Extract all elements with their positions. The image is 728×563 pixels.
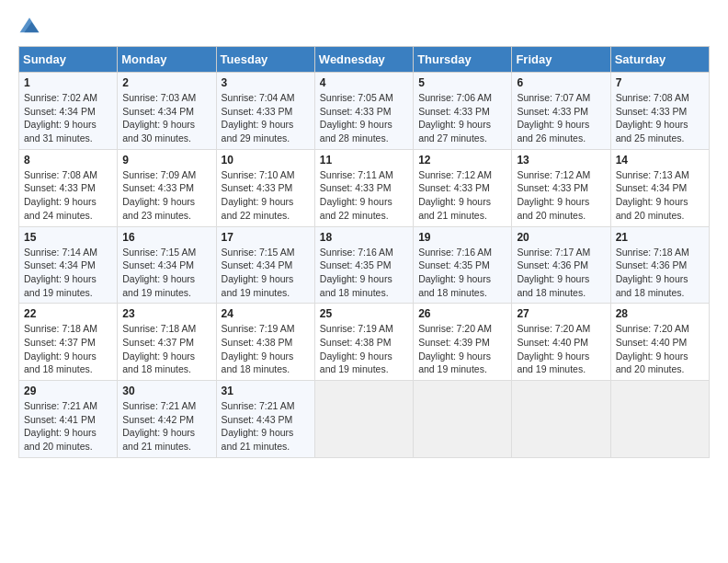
day-info: Sunrise: 7:20 AMSunset: 4:40 PMDaylight:…: [616, 322, 704, 376]
calendar-cell: 15Sunrise: 7:14 AMSunset: 4:34 PMDayligh…: [19, 226, 118, 304]
day-number: 9: [122, 154, 210, 167]
calendar-cell: 30Sunrise: 7:21 AMSunset: 4:42 PMDayligh…: [118, 381, 216, 458]
day-number: 27: [517, 307, 605, 320]
calendar-cell: 28Sunrise: 7:20 AMSunset: 4:40 PMDayligh…: [610, 304, 709, 381]
day-number: 8: [24, 154, 112, 167]
calendar-week-row: 1Sunrise: 7:02 AMSunset: 4:34 PMDaylight…: [19, 73, 710, 150]
day-info: Sunrise: 7:08 AMSunset: 4:33 PMDaylight:…: [616, 91, 704, 145]
calendar-cell: 8Sunrise: 7:08 AMSunset: 4:33 PMDaylight…: [19, 149, 118, 226]
day-info: Sunrise: 7:17 AMSunset: 4:36 PMDaylight:…: [517, 246, 605, 300]
calendar-cell: 20Sunrise: 7:17 AMSunset: 4:36 PMDayligh…: [512, 226, 610, 304]
calendar-table: SundayMondayTuesdayWednesdayThursdayFrid…: [18, 46, 710, 458]
day-number: 22: [24, 307, 112, 320]
calendar-cell: 17Sunrise: 7:15 AMSunset: 4:34 PMDayligh…: [216, 226, 314, 304]
day-number: 14: [616, 154, 704, 167]
day-number: 19: [418, 231, 506, 244]
calendar-cell: 11Sunrise: 7:11 AMSunset: 4:33 PMDayligh…: [314, 149, 413, 226]
calendar-cell: [512, 381, 610, 458]
day-of-week-header: Friday: [512, 47, 610, 73]
day-info: Sunrise: 7:16 AMSunset: 4:35 PMDaylight:…: [320, 246, 408, 300]
day-number: 15: [24, 231, 112, 244]
day-of-week-header: Tuesday: [216, 47, 314, 73]
day-number: 2: [122, 76, 210, 89]
day-number: 11: [320, 154, 408, 167]
day-info: Sunrise: 7:16 AMSunset: 4:35 PMDaylight:…: [418, 246, 506, 300]
day-info: Sunrise: 7:15 AMSunset: 4:34 PMDaylight:…: [122, 246, 210, 300]
calendar-cell: 31Sunrise: 7:21 AMSunset: 4:43 PMDayligh…: [216, 381, 314, 458]
calendar-cell: 18Sunrise: 7:16 AMSunset: 4:35 PMDayligh…: [314, 226, 413, 304]
day-of-week-header: Wednesday: [314, 47, 413, 73]
calendar-cell: 2Sunrise: 7:03 AMSunset: 4:34 PMDaylight…: [118, 73, 216, 150]
day-number: 31: [222, 385, 310, 397]
day-info: Sunrise: 7:03 AMSunset: 4:34 PMDaylight:…: [122, 91, 210, 145]
calendar-week-row: 8Sunrise: 7:08 AMSunset: 4:33 PMDaylight…: [19, 149, 710, 226]
day-number: 17: [222, 231, 310, 244]
day-number: 1: [24, 76, 112, 89]
logo-icon: [18, 15, 40, 37]
calendar-week-row: 22Sunrise: 7:18 AMSunset: 4:37 PMDayligh…: [19, 304, 710, 381]
page-header: [18, 15, 710, 37]
calendar-cell: 29Sunrise: 7:21 AMSunset: 4:41 PMDayligh…: [19, 381, 118, 458]
day-number: 10: [222, 154, 310, 167]
day-number: 30: [122, 385, 210, 397]
day-number: 29: [24, 385, 112, 397]
calendar-cell: 9Sunrise: 7:09 AMSunset: 4:33 PMDaylight…: [118, 149, 216, 226]
day-info: Sunrise: 7:14 AMSunset: 4:34 PMDaylight:…: [24, 246, 112, 300]
day-info: Sunrise: 7:18 AMSunset: 4:37 PMDaylight:…: [24, 322, 112, 376]
day-info: Sunrise: 7:19 AMSunset: 4:38 PMDaylight:…: [320, 322, 408, 376]
calendar-cell: 19Sunrise: 7:16 AMSunset: 4:35 PMDayligh…: [414, 226, 512, 304]
calendar-cell: 21Sunrise: 7:18 AMSunset: 4:36 PMDayligh…: [610, 226, 709, 304]
day-of-week-header: Thursday: [414, 47, 512, 73]
calendar-cell: [414, 381, 512, 458]
calendar-cell: 13Sunrise: 7:12 AMSunset: 4:33 PMDayligh…: [512, 149, 610, 226]
day-number: 12: [418, 154, 506, 167]
day-info: Sunrise: 7:18 AMSunset: 4:37 PMDaylight:…: [122, 322, 210, 376]
calendar-cell: 5Sunrise: 7:06 AMSunset: 4:33 PMDaylight…: [414, 73, 512, 150]
day-info: Sunrise: 7:12 AMSunset: 4:33 PMDaylight:…: [517, 168, 605, 223]
day-number: 16: [122, 231, 210, 244]
calendar-cell: [314, 381, 413, 458]
day-number: 4: [320, 76, 408, 89]
day-info: Sunrise: 7:21 AMSunset: 4:43 PMDaylight:…: [222, 399, 310, 454]
day-number: 24: [222, 307, 310, 320]
day-info: Sunrise: 7:19 AMSunset: 4:38 PMDaylight:…: [222, 322, 310, 376]
day-info: Sunrise: 7:15 AMSunset: 4:34 PMDaylight:…: [222, 246, 310, 300]
calendar-cell: [610, 381, 709, 458]
day-info: Sunrise: 7:04 AMSunset: 4:33 PMDaylight:…: [222, 91, 310, 145]
calendar-cell: 1Sunrise: 7:02 AMSunset: 4:34 PMDaylight…: [19, 73, 118, 150]
day-info: Sunrise: 7:21 AMSunset: 4:42 PMDaylight:…: [122, 399, 210, 454]
day-info: Sunrise: 7:10 AMSunset: 4:33 PMDaylight:…: [222, 168, 310, 223]
calendar-cell: 6Sunrise: 7:07 AMSunset: 4:33 PMDaylight…: [512, 73, 610, 150]
calendar-cell: 23Sunrise: 7:18 AMSunset: 4:37 PMDayligh…: [118, 304, 216, 381]
calendar-cell: 10Sunrise: 7:10 AMSunset: 4:33 PMDayligh…: [216, 149, 314, 226]
calendar-week-row: 29Sunrise: 7:21 AMSunset: 4:41 PMDayligh…: [19, 381, 710, 458]
day-of-week-header: Monday: [118, 47, 216, 73]
day-number: 18: [320, 231, 408, 244]
day-info: Sunrise: 7:05 AMSunset: 4:33 PMDaylight:…: [320, 91, 408, 145]
day-of-week-header: Saturday: [610, 47, 709, 73]
day-info: Sunrise: 7:02 AMSunset: 4:34 PMDaylight:…: [24, 91, 112, 145]
day-info: Sunrise: 7:06 AMSunset: 4:33 PMDaylight:…: [418, 91, 506, 145]
calendar-cell: 4Sunrise: 7:05 AMSunset: 4:33 PMDaylight…: [314, 73, 413, 150]
day-info: Sunrise: 7:18 AMSunset: 4:36 PMDaylight:…: [616, 246, 704, 300]
day-number: 6: [517, 76, 605, 89]
day-number: 20: [517, 231, 605, 244]
day-info: Sunrise: 7:09 AMSunset: 4:33 PMDaylight:…: [122, 168, 210, 223]
calendar-cell: 16Sunrise: 7:15 AMSunset: 4:34 PMDayligh…: [118, 226, 216, 304]
day-number: 23: [122, 307, 210, 320]
day-info: Sunrise: 7:12 AMSunset: 4:33 PMDaylight:…: [418, 168, 506, 223]
day-info: Sunrise: 7:20 AMSunset: 4:40 PMDaylight:…: [517, 322, 605, 376]
day-number: 3: [222, 76, 310, 89]
calendar-cell: 26Sunrise: 7:20 AMSunset: 4:39 PMDayligh…: [414, 304, 512, 381]
day-info: Sunrise: 7:13 AMSunset: 4:34 PMDaylight:…: [616, 168, 704, 223]
day-number: 7: [616, 76, 704, 89]
day-info: Sunrise: 7:11 AMSunset: 4:33 PMDaylight:…: [320, 168, 408, 223]
calendar-cell: 7Sunrise: 7:08 AMSunset: 4:33 PMDaylight…: [610, 73, 709, 150]
calendar-week-row: 15Sunrise: 7:14 AMSunset: 4:34 PMDayligh…: [19, 226, 710, 304]
day-number: 5: [418, 76, 506, 89]
calendar-cell: 24Sunrise: 7:19 AMSunset: 4:38 PMDayligh…: [216, 304, 314, 381]
calendar-cell: 12Sunrise: 7:12 AMSunset: 4:33 PMDayligh…: [414, 149, 512, 226]
day-number: 28: [616, 307, 704, 320]
day-number: 26: [418, 307, 506, 320]
calendar-cell: 27Sunrise: 7:20 AMSunset: 4:40 PMDayligh…: [512, 304, 610, 381]
